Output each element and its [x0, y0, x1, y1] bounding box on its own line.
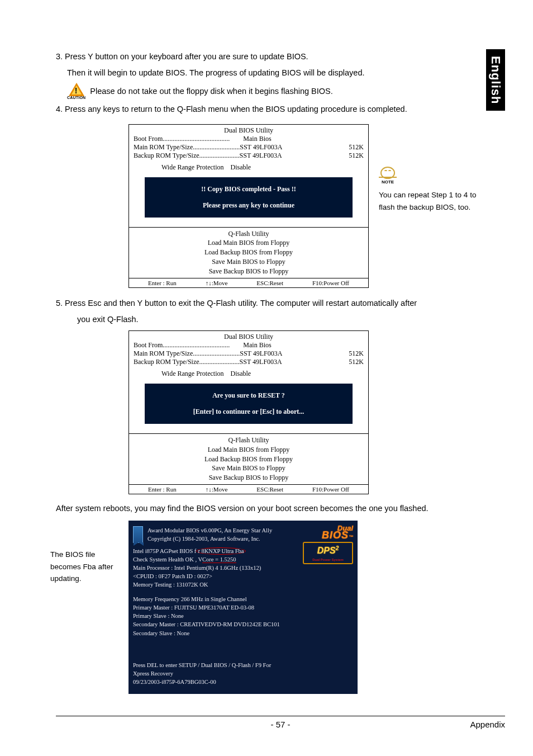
- bios-boot-screen: The BIOS file becomes Fba after updating…: [129, 521, 358, 694]
- u2-opt-3[interactable]: Save Backup BIOS to Floppy: [134, 473, 364, 483]
- u2-navrow: Enter : Run ↑↓:Move ESC:Reset F10:Power …: [129, 485, 368, 494]
- bios-l6: Memory Frequency 266 MHz in Single Chann…: [133, 595, 353, 603]
- bios-l5: Memory Testing : 131072K OK: [133, 580, 353, 589]
- u2-message-box: Are you sure to RESET ? [Enter] to conti…: [145, 384, 353, 424]
- u2-bootfrom-value: Main Bios: [243, 341, 271, 349]
- utility2-title: Dual BIOS Utility: [134, 333, 364, 341]
- u1-msg2: Please press any key to continue: [150, 201, 347, 210]
- step-4: 4. Press any keys to return to the Q-Fla…: [56, 103, 505, 116]
- logo-stack: DualBIOS™ DPS2 Dual Power System: [303, 525, 353, 564]
- u1-nav-1: ↑↓:Move: [206, 280, 228, 286]
- u1-opt-3[interactable]: Save Backup BIOS to Floppy: [134, 267, 364, 276]
- u2-nav-1: ↑↓:Move: [206, 486, 228, 493]
- u1-mainrom-size: 512K: [330, 143, 364, 152]
- bios-l7: Primary Master : FUJITSU MPE3170AT ED-03…: [133, 603, 353, 612]
- u2-msg1: Are you sure to RESET ?: [150, 391, 347, 400]
- note-text: You can repeat Step 1 to 4 to flash the …: [379, 189, 479, 214]
- page-number: - 57 -: [270, 720, 290, 729]
- dual-bios-utility-2: Dual BIOS Utility Boot From.............…: [129, 330, 369, 494]
- award-ribbon-icon: [133, 526, 143, 543]
- u2-msg2: [Enter] to continure or [Esc] to abort..…: [150, 408, 347, 416]
- bios-f1: Press DEL to enter SETUP / Dual BIOS / Q…: [133, 661, 353, 669]
- footer-section: Appendix: [470, 720, 505, 729]
- ellipse-highlight: r 8KNXP Ultra Fba: [196, 547, 245, 555]
- u1-mainrom-label: Main ROM Type/Size: [134, 143, 193, 151]
- note-block: NOTE You can repeat Step 1 to 4 to flash…: [379, 167, 479, 214]
- u1-backuprom-size: 512K: [330, 152, 364, 160]
- u1-nav-3: F10:Power Off: [312, 280, 349, 286]
- u1-backuprom-val: SST 49LF003A: [240, 152, 282, 159]
- u2-qflash-title: Q-Flash Utility: [134, 436, 364, 445]
- u2-bootfrom-label: Boot From: [134, 341, 163, 349]
- dual-bios-logo: DualBIOS™: [303, 525, 353, 540]
- u1-bootfrom-label: Boot From: [134, 135, 163, 143]
- u2-backuprom-size: 512K: [330, 358, 364, 366]
- u1-message-box: !! Copy BIOS completed - Pass !! Please …: [145, 177, 353, 218]
- u2-mainrom-label: Main ROM Type/Size: [134, 349, 193, 357]
- after-reboot-text: After system reboots, you may find the B…: [56, 502, 505, 515]
- bios-f2: Xpress Recovery: [133, 669, 353, 678]
- bios-l10: Secondary Slave : None: [133, 629, 353, 637]
- u2-backuprom-val: SST 49LF003A: [240, 358, 282, 366]
- u2-mainrom-size: 512K: [330, 349, 364, 358]
- u1-opt-2[interactable]: Save Main BIOS to Floppy: [134, 257, 364, 267]
- step-5-line2: you exit Q-Flash.: [56, 313, 505, 326]
- u1-backuprom-label: Backup ROM Type/Size: [134, 152, 199, 159]
- bios-l8: Primary Slave : None: [133, 612, 353, 620]
- u1-nav-0: Enter : Run: [148, 280, 177, 286]
- u2-opt-0[interactable]: Load Main BIOS from Floppy: [134, 445, 364, 455]
- page-footer: - 57 - Appendix: [56, 716, 505, 729]
- u1-qflash-title: Q-Flash Utility: [134, 229, 364, 239]
- step-3-line1: 3. Press Y button on your keyboard after…: [56, 50, 505, 63]
- u1-wide-label: Wide Range Protection: [161, 163, 224, 171]
- u1-opt-1[interactable]: Load Backup BIOS from Floppy: [134, 248, 364, 257]
- u1-navrow: Enter : Run ↑↓:Move ESC:Reset F10:Power …: [129, 278, 368, 287]
- u2-backuprom-label: Backup ROM Type/Size: [134, 358, 199, 366]
- u2-wide-label: Wide Range Protection: [161, 370, 224, 377]
- u2-nav-0: Enter : Run: [148, 486, 177, 493]
- u1-msg1: !! Copy BIOS completed - Pass !!: [150, 185, 347, 193]
- caution-row: CAUTION Please do not take out the flopp…: [67, 83, 505, 100]
- caution-text: Please do not take out the floppy disk w…: [90, 87, 332, 96]
- page-content: 3. Press Y button on your keyboard after…: [56, 50, 505, 694]
- step-3-line2: Then it will begin to update BIOS. The p…: [56, 67, 505, 79]
- bios-f3: 09/23/2003-i875P-6A79BG03C-00: [133, 678, 353, 686]
- u1-nav-2: ESC:Reset: [256, 280, 283, 286]
- u2-opt-2[interactable]: Save Main BIOS to Floppy: [134, 464, 364, 473]
- u1-wide-value: Disable: [231, 163, 251, 171]
- caution-label: CAUTION: [67, 96, 85, 100]
- u2-opt-1[interactable]: Load Backup BIOS from Floppy: [134, 455, 364, 464]
- u2-mainrom-val: SST 49LF003A: [240, 349, 282, 357]
- bios-h1: Award Modular BIOS v6.00PG, An Energy St…: [147, 526, 272, 535]
- dps-logo: DPS2 Dual Power System: [303, 542, 353, 564]
- note-icon: NOTE: [379, 167, 397, 186]
- step-5-line1: 5. Press Esc and then Y button to exit t…: [56, 297, 505, 310]
- u2-wide-value: Disable: [231, 370, 251, 377]
- bios-l9: Secondary Master : CREATIVEDVD-RM DVD124…: [133, 620, 353, 629]
- u1-mainrom-val: SST 49LF003A: [240, 143, 282, 151]
- u2-nav-3: F10:Power Off: [312, 486, 349, 493]
- callout-text: The BIOS file becomes Fba after updating…: [50, 549, 123, 585]
- dual-bios-utility-1: Dual BIOS Utility Boot From.............…: [129, 124, 369, 288]
- u1-opt-0[interactable]: Load Main BIOS from Floppy: [134, 238, 364, 248]
- utility1-title: Dual BIOS Utility: [134, 126, 364, 135]
- bios-l3: Main Processor : Intel Pentium(R) 4 1.6G…: [133, 564, 353, 572]
- bios-l4: <CPUID : 0F27 Patch ID : 0027>: [133, 572, 353, 580]
- caution-icon: CAUTION: [67, 83, 85, 100]
- note-label: NOTE: [382, 178, 394, 186]
- u1-bootfrom-value: Main Bios: [243, 135, 271, 143]
- u2-nav-2: ESC:Reset: [256, 486, 283, 493]
- bios-h2: Copyright (C) 1984-2003, Award Software,…: [147, 535, 272, 543]
